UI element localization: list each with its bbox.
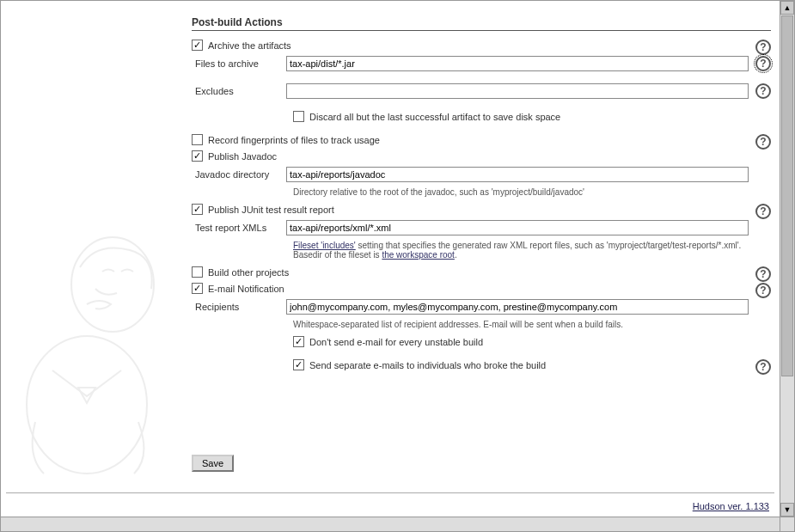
scrollbar-corner bbox=[780, 517, 794, 531]
vertical-scrollbar[interactable]: ▲ ▼ bbox=[780, 1, 794, 517]
discard-checkbox[interactable] bbox=[293, 111, 304, 122]
archive-checkbox[interactable] bbox=[192, 40, 203, 51]
junit-hint: Fileset 'includes' setting that specifie… bbox=[293, 241, 749, 260]
recipients-hint: Whitespace-separated list of recipient a… bbox=[293, 320, 749, 329]
javadoc-dir-input[interactable] bbox=[286, 167, 749, 182]
fingerprint-row: Record fingerprints of files to track us… bbox=[192, 134, 771, 145]
help-icon[interactable]: ? bbox=[755, 56, 771, 71]
build-other-row: Build other projects ? bbox=[192, 266, 771, 278]
help-icon[interactable]: ? bbox=[755, 266, 771, 282]
email-label: E-mail Notification bbox=[208, 284, 284, 294]
javadoc-hint: Directory relative to the root of the ja… bbox=[293, 187, 749, 197]
content-area: Post-build Actions Archive the artifacts… bbox=[1, 1, 780, 517]
scroll-thumb[interactable] bbox=[781, 15, 793, 376]
section-title: Post-build Actions bbox=[192, 16, 771, 31]
post-build-section: Post-build Actions Archive the artifacts… bbox=[192, 16, 771, 376]
files-to-archive-row: Files to archive ? bbox=[192, 56, 771, 71]
save-button[interactable]: Save bbox=[192, 455, 234, 472]
help-icon[interactable]: ? bbox=[755, 134, 771, 150]
fingerprint-label: Record fingerprints of files to track us… bbox=[208, 135, 380, 145]
javadoc-dir-label: Javadoc directory bbox=[192, 169, 286, 180]
fileset-includes-link[interactable]: Fileset 'includes' bbox=[293, 241, 356, 250]
javadoc-label: Publish Javadoc bbox=[208, 151, 277, 162]
junit-xml-row: Test report XMLs bbox=[192, 220, 771, 235]
help-icon[interactable]: ? bbox=[755, 83, 771, 99]
horizontal-scrollbar[interactable] bbox=[1, 517, 780, 531]
build-other-checkbox[interactable] bbox=[192, 266, 203, 278]
unstable-label: Don't send e-mail for every unstable bui… bbox=[309, 337, 483, 347]
discard-row: Discard all but the last successful arti… bbox=[293, 111, 771, 122]
save-area: Save bbox=[192, 455, 234, 472]
junit-xml-input[interactable] bbox=[286, 220, 749, 235]
archive-label: Archive the artifacts bbox=[208, 40, 291, 51]
individuals-row: Send separate e-mails to individuals who… bbox=[293, 359, 771, 370]
recipients-input[interactable] bbox=[286, 299, 749, 315]
files-to-archive-input[interactable] bbox=[286, 56, 749, 71]
workspace-root-link[interactable]: the workspace root bbox=[382, 250, 455, 260]
help-icon[interactable]: ? bbox=[755, 40, 771, 55]
excludes-input[interactable] bbox=[286, 83, 749, 99]
unstable-checkbox[interactable] bbox=[293, 336, 304, 347]
email-checkbox[interactable] bbox=[192, 283, 203, 294]
help-icon[interactable]: ? bbox=[755, 204, 771, 219]
files-to-archive-label: Files to archive bbox=[192, 58, 286, 69]
app-window: Post-build Actions Archive the artifacts… bbox=[0, 0, 795, 532]
svg-point-1 bbox=[27, 336, 147, 474]
archive-row: Archive the artifacts ? bbox=[192, 40, 771, 51]
email-row: E-mail Notification ? bbox=[192, 283, 771, 294]
junit-xml-label: Test report XMLs bbox=[192, 223, 286, 233]
javadoc-dir-row: Javadoc directory bbox=[192, 167, 771, 182]
junit-checkbox[interactable] bbox=[192, 204, 203, 215]
individuals-label: Send separate e-mails to individuals who… bbox=[309, 360, 546, 370]
individuals-checkbox[interactable] bbox=[293, 359, 304, 370]
svg-point-0 bbox=[71, 237, 154, 332]
butler-illustration bbox=[1, 207, 190, 482]
fingerprint-checkbox[interactable] bbox=[192, 134, 203, 145]
hudson-version-link[interactable]: Hudson ver. 1.133 bbox=[693, 501, 769, 511]
junit-label: Publish JUnit test result report bbox=[208, 205, 334, 215]
javadoc-checkbox[interactable] bbox=[192, 150, 203, 162]
help-icon[interactable]: ? bbox=[755, 359, 771, 375]
build-other-label: Build other projects bbox=[208, 267, 289, 278]
junit-row: Publish JUnit test result report ? bbox=[192, 204, 771, 215]
recipients-label: Recipients bbox=[192, 302, 286, 312]
excludes-label: Excludes bbox=[192, 86, 286, 96]
discard-label: Discard all but the last successful arti… bbox=[309, 112, 560, 122]
javadoc-row: Publish Javadoc bbox=[192, 150, 771, 162]
footer-divider bbox=[6, 492, 774, 493]
help-icon[interactable]: ? bbox=[755, 283, 771, 298]
excludes-row: Excludes ? bbox=[192, 83, 771, 99]
recipients-row: Recipients bbox=[192, 299, 771, 315]
unstable-row: Don't send e-mail for every unstable bui… bbox=[293, 336, 771, 347]
scroll-down-arrow-icon[interactable]: ▼ bbox=[780, 503, 794, 517]
scroll-up-arrow-icon[interactable]: ▲ bbox=[780, 1, 794, 15]
